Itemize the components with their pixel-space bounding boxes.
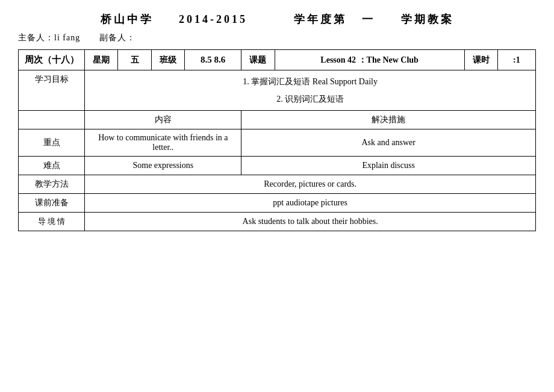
learning-goal-2: 2. 识别词汇及短语 [90,92,531,107]
class-label-cell: 班级 [151,50,184,70]
key-points-row: 重点 How to communicate with friends in a … [19,129,536,157]
learning-goals-row: 学习目标 1. 掌握词汇及短语 Real Support Daily 2. 识别… [19,70,536,111]
intro-situation-row: 导 境 情 Ask students to talk about their h… [19,213,536,231]
content-col-header: 内容 [85,111,241,129]
class-value-cell: 8.5 8.6 [184,50,241,70]
teaching-method-label: 教学方法 [19,175,85,194]
weekday-label-cell: 星期 [85,50,118,70]
table-header-row: 周次（十八） 星期 五 班级 8.5 8.6 课题 Lesson 42 ：The… [19,50,536,70]
period-value-cell: :1 [497,50,535,70]
pre-class-prep-label: 课前准备 [19,194,85,213]
page-header: 桥山中学 2014-2015 学年度第 一 学期教案 [18,12,536,26]
key-points-label: 重点 [19,129,85,157]
difficulties-content: Some expressions [85,157,241,175]
key-points-solution: Ask and answer [241,129,536,157]
intro-situation-content: Ask students to talk about their hobbies… [85,213,536,231]
pre-class-prep-row: 课前准备 ppt audiotape pictures [19,194,536,213]
semester-num: 一 [362,13,375,25]
school-name: 桥山中学 [101,13,154,25]
intro-situation-label: 导 境 情 [19,213,85,231]
sub-preparer-label: 副备人： [99,33,135,42]
sub-header: 主备人：li fang 副备人： [18,33,536,43]
lesson-title-cell: Lesson 42 ：The New Club [275,50,464,70]
weekday-value-cell: 五 [118,50,151,70]
pre-class-prep-content: ppt audiotape pictures [85,194,536,213]
topic-label-cell: 课题 [241,50,275,70]
learning-goals-content: 1. 掌握词汇及短语 Real Support Daily 2. 识别词汇及短语 [85,70,536,111]
semester-label: 学年度第 [294,13,347,25]
difficulties-solution: Explain discuss [241,157,536,175]
semester-type: 学期教案 [401,13,454,25]
learning-goals-label: 学习目标 [19,70,85,111]
week-cell: 周次（十八） [19,50,85,70]
lesson-plan-table: 周次（十八） 星期 五 班级 8.5 8.6 课题 Lesson 42 ：The… [18,49,536,231]
difficulties-label: 难点 [19,157,85,175]
main-preparer-label: 主备人： [18,33,54,42]
empty-cell [19,111,85,129]
learning-goal-1: 1. 掌握词汇及短语 Real Support Daily [90,74,531,89]
difficulties-row: 难点 Some expressions Explain discuss [19,157,536,175]
period-label-cell: 课时 [464,50,497,70]
teaching-method-row: 教学方法 Recorder, pictures or cards. [19,175,536,194]
solution-col-header: 解决措施 [241,111,536,129]
key-points-content: How to communicate with friends in a let… [85,129,241,157]
main-preparer-value: li fang [54,33,80,42]
year: 2014-2015 [179,13,247,25]
teaching-method-content: Recorder, pictures or cards. [85,175,536,194]
content-header-row: 内容 解决措施 [19,111,536,129]
